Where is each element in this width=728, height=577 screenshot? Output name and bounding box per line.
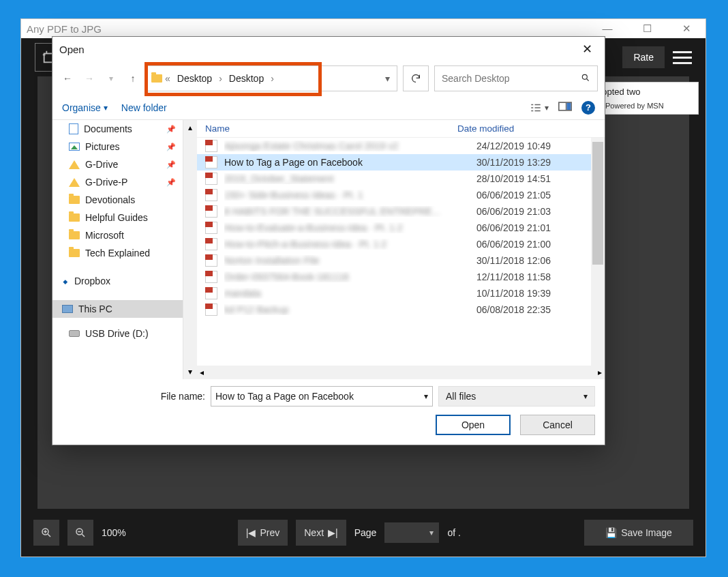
file-date: 28/10/2019 14:51 [476,173,551,184]
prev-button[interactable]: |◀ Prev [238,520,288,546]
file-row[interactable]: Norton Installation File30/11/2018 12:06 [197,252,605,269]
app-footbar: 100% |◀ Prev Next ▶| Page ▾ of . 💾 Save … [21,509,706,557]
file-row[interactable]: kd P12 Backup06/08/2018 22:35 [197,301,605,318]
open-button[interactable]: Open [436,415,511,435]
pdf-icon [205,254,217,267]
view-mode-button[interactable]: ▾ [530,103,549,113]
sidebar-item-g-drive-p[interactable]: G-Drive-P📌 [52,173,183,191]
sidebar-item-pictures[interactable]: Pictures📌 [52,138,183,156]
sidebar-item-label: Helpful Guides [85,212,148,223]
page-of: of . [447,527,460,538]
nav-recent-button[interactable]: ▾ [103,70,119,87]
column-header[interactable]: Name Date modified [197,120,605,138]
breadcrumb-segment[interactable]: Desktop [173,72,216,85]
file-date: 06/08/2018 22:35 [476,304,551,315]
dialog-title: Open [59,44,85,55]
file-row[interactable]: How to Tag a Page on Facebook30/11/2019 … [197,154,605,171]
sidebar-item-dropbox[interactable]: ⬥Dropbox [52,271,183,291]
sidebar-item-microsoft[interactable]: Microsoft [52,226,183,244]
dialog-nav-row: ← → ▾ ↑ « Desktop › Desktop › ▾ [52,61,605,95]
zoom-in-button[interactable] [33,520,59,546]
sidebar-item-usb-drive-d-[interactable]: USB Drive (D:) [52,325,183,342]
sidebar-item-label: Tech Explained [85,248,150,258]
scroll-down-icon[interactable]: ▾ [188,367,192,376]
file-row[interactable]: Ajisonga Estate Christmas Carol 2019 v22… [197,138,605,154]
sidebar-scrollbar[interactable]: ▴ ▾ [183,120,197,379]
save-image-button[interactable]: 💾 Save Image [584,520,693,546]
scroll-right-icon[interactable]: ▸ [598,368,602,377]
column-name[interactable]: Name [205,123,457,134]
pdf-icon [205,238,217,250]
close-button[interactable]: ✕ [673,23,700,35]
filename-label: File name: [62,391,205,402]
filename-input[interactable]: How to Tag a Page on Facebook ▾ [211,386,433,406]
sidebar-item-this-pc[interactable]: This PC [52,300,183,318]
maximize-button[interactable]: ☐ [633,23,661,35]
nav-up-button[interactable]: ↑ [125,70,141,87]
pin-icon: 📌 [166,178,176,187]
nav-forward-button[interactable]: → [81,70,97,87]
search-input[interactable] [435,73,574,84]
sidebar-item-label: G-Drive [85,159,118,170]
sidebar-item-documents[interactable]: Documents📌 [52,120,183,138]
dialog-close-button[interactable]: ✕ [577,39,598,59]
chevron-down-icon: ▾ [583,391,588,401]
zoom-out-button[interactable] [67,520,93,546]
folder-icon [69,249,80,257]
cancel-button[interactable]: Cancel [520,415,595,435]
rate-button[interactable]: Rate [622,46,665,68]
file-filter-dropdown[interactable]: All files ▾ [438,386,595,406]
chevron-down-icon: ▾ [104,103,108,113]
sidebar-item-label: Dropbox [74,276,110,286]
sidebar-item-tech-explained[interactable]: Tech Explained [52,244,183,262]
breadcrumb-dropdown[interactable]: ▾ [382,70,393,87]
sidebar-item-helpful-guides[interactable]: Helpful Guides [52,209,183,226]
pc-icon [62,305,73,313]
file-date: 06/06/2019 21:05 [476,190,551,201]
column-date[interactable]: Date modified [457,123,596,134]
help-button[interactable]: ? [581,101,595,115]
chevron-down-icon[interactable]: ▾ [424,391,428,401]
file-row[interactable]: 150+ Side-Business Ideas · Pt. 106/06/20… [197,187,605,203]
nav-back-button[interactable]: ← [59,70,76,87]
file-name: Norton Installation File [224,255,470,266]
dialog-body: Documents📌Pictures📌G-Drive📌G-Drive-P📌Dev… [52,120,605,379]
sidebar-item-label: Microsoft [85,230,124,241]
file-row[interactable]: 8 HABITS FOR THE SUCCESSFUL ENTREPRE...0… [197,203,605,220]
breadcrumb[interactable]: « Desktop › Desktop › ▾ [147,65,397,91]
search-box[interactable] [434,65,598,91]
svg-point-3 [582,74,587,79]
search-icon[interactable] [574,73,597,85]
sidebar-item-label: G-Drive-P [85,177,127,188]
pdf-icon [205,304,217,316]
sidebar-item-g-drive[interactable]: G-Drive📌 [52,156,183,173]
gdrive-icon [69,178,80,187]
page-dropdown[interactable]: ▾ [384,522,439,543]
file-row[interactable]: How-to-Evaluate-a-Business-Idea · Pt. 1·… [197,220,605,236]
file-row[interactable]: Order-0937564-Book-18111612/11/2018 11:5… [197,269,605,285]
refresh-button[interactable] [403,65,429,91]
dialog-tool-row: Organise ▾ New folder ▾ ? [52,95,605,120]
scroll-left-icon[interactable]: ◂ [200,368,204,377]
sidebar[interactable]: Documents📌Pictures📌G-Drive📌G-Drive-P📌Dev… [52,120,183,379]
folder-icon [69,213,80,222]
file-row[interactable]: 2019_October_Statement28/10/2019 14:51 [197,171,605,187]
next-end-icon: ▶| [328,527,338,538]
file-name: 150+ Side-Business Ideas · Pt. 1 [224,190,470,201]
preview-pane-button[interactable] [558,102,572,113]
file-row[interactable]: mandala10/11/2018 19:39 [197,285,605,301]
pdf-icon [205,287,217,299]
organise-button[interactable]: Organise ▾ [62,102,108,113]
file-hscrollbar[interactable]: ◂ ▸ [197,366,605,379]
menu-button[interactable] [673,51,692,64]
file-row[interactable]: How-to-Pitch-a-Business-Idea · Pt. 1·206… [197,236,605,252]
scroll-up-icon[interactable]: ▴ [188,123,192,132]
file-list[interactable]: Ajisonga Estate Christmas Carol 2019 v22… [197,138,605,366]
sidebar-item-devotionals[interactable]: Devotionals [52,191,183,209]
app-title: Any PDF to JPG [27,23,102,35]
minimize-button[interactable]: — [594,23,621,35]
breadcrumb-segment[interactable]: Desktop [225,72,268,85]
next-button[interactable]: Next ▶| [296,520,346,546]
new-folder-button[interactable]: New folder [121,102,167,113]
file-scrollbar[interactable] [591,138,605,366]
